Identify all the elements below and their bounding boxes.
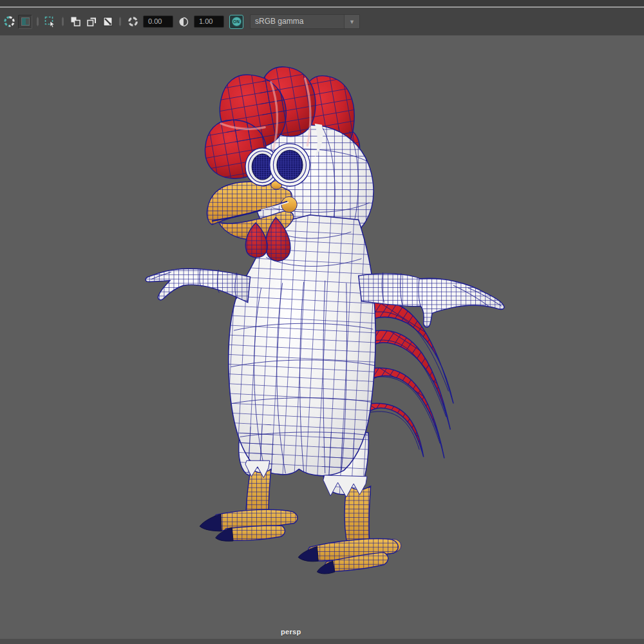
edit-image-icon bbox=[102, 16, 113, 27]
rooster-wireframe-model bbox=[0, 35, 644, 639]
gamma-contrast-button[interactable] bbox=[176, 15, 191, 29]
body bbox=[229, 215, 375, 495]
perspective-viewport[interactable] bbox=[0, 35, 644, 639]
beak-corner bbox=[281, 196, 298, 213]
refresh-shutter-icon bbox=[128, 16, 138, 27]
color-management-toggle-label: ON bbox=[232, 17, 242, 26]
marquee-select-button[interactable] bbox=[43, 15, 57, 29]
window-top-strip bbox=[0, 0, 644, 6]
gamma-contrast-icon bbox=[178, 17, 189, 27]
color-transform-dropdown[interactable]: sRGB gamma ▼ bbox=[250, 14, 360, 29]
edit-image-button[interactable] bbox=[100, 15, 115, 29]
shaded-display-icon bbox=[21, 17, 30, 26]
left-arm bbox=[146, 269, 250, 303]
circle-select-button[interactable] bbox=[2, 15, 16, 29]
toolbar-separator bbox=[37, 17, 39, 26]
shaded-display-button[interactable] bbox=[18, 15, 32, 29]
refresh-shutter-button[interactable] bbox=[126, 15, 140, 29]
window-bottom-strip bbox=[0, 639, 644, 644]
exposure-field[interactable]: 0.00 bbox=[143, 15, 173, 28]
eyes bbox=[245, 144, 310, 186]
toolbar-separator bbox=[62, 17, 64, 26]
circle-select-icon bbox=[4, 16, 15, 27]
right-arm bbox=[359, 272, 504, 327]
thigh-fringe bbox=[323, 475, 367, 497]
paste-image-button[interactable] bbox=[84, 15, 99, 29]
claw bbox=[200, 514, 222, 531]
camera-label: persp bbox=[281, 628, 301, 636]
right-leg bbox=[298, 475, 401, 574]
render-view-toolbar: 0.00 1.00 ON sRGB gamma ▼ bbox=[0, 8, 644, 35]
toolbar-separator bbox=[119, 17, 121, 26]
marquee-select-icon bbox=[44, 16, 56, 28]
gamma-field[interactable]: 1.00 bbox=[194, 15, 224, 28]
paste-image-icon bbox=[86, 16, 97, 27]
copy-image-button[interactable] bbox=[68, 15, 82, 29]
copy-image-icon bbox=[70, 16, 81, 27]
color-management-toggle[interactable]: ON bbox=[229, 15, 243, 29]
dropdown-arrow-icon[interactable]: ▼ bbox=[344, 15, 359, 28]
color-transform-value: sRGB gamma bbox=[251, 15, 344, 28]
